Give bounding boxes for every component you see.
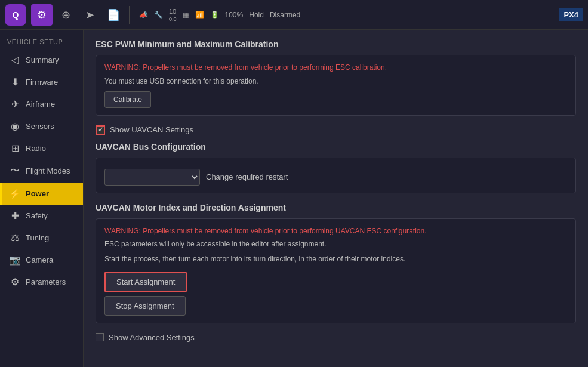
calibrate-button[interactable]: Calibrate — [104, 91, 151, 108]
bus-config-change-label: Change required restart — [206, 172, 288, 181]
counter-badge: 100.0 — [169, 8, 177, 22]
px4-logo: PX4 — [559, 8, 583, 21]
summary-icon: ◁ — [9, 54, 21, 66]
battery-percent: 100% — [225, 11, 244, 19]
advanced-label: Show Advanced Settings — [109, 333, 195, 342]
bus-config-select[interactable]: CAN1 CAN2 — [104, 169, 200, 186]
esc-section-title: ESC PWM Minimum and Maximum Calibration — [96, 39, 576, 49]
sidebar-label-airframe: Airframe — [26, 100, 55, 109]
content-area: ESC PWM Minimum and Maximum Calibration … — [84, 30, 588, 367]
sidebar-label-parameters: Parameters — [26, 277, 66, 286]
sidebar: Vehicle Setup ◁ Summary ⬇ Firmware ✈ Air… — [0, 30, 84, 367]
sidebar-item-flight-modes[interactable]: 〜 Flight Modes — [0, 159, 83, 183]
send-icon[interactable]: ➤ — [79, 4, 100, 26]
motor-assignment-box: WARNING: Propellers must be removed from… — [96, 218, 576, 323]
sidebar-item-power[interactable]: ⚡ Power — [0, 183, 83, 205]
signal1-icon: ▦ — [183, 11, 189, 19]
document-icon[interactable]: 📄 — [103, 4, 124, 26]
advanced-settings-row: Show Advanced Settings — [96, 333, 576, 342]
uavcan-checkbox-row: Show UAVCAN Settings — [96, 125, 576, 135]
radio-icon: ⊞ — [9, 143, 21, 154]
sidebar-item-parameters[interactable]: ⚙ Parameters — [0, 271, 83, 293]
sidebar-label-sensors: Sensors — [26, 122, 54, 131]
esc-info: You must use USB connection for this ope… — [104, 76, 567, 87]
sidebar-label-summary: Summary — [26, 55, 59, 64]
motor-assignment-title: UAVCAN Motor Index and Direction Assignm… — [96, 203, 576, 212]
sidebar-label-flight-modes: Flight Modes — [26, 166, 70, 175]
wrench-icon: 🔧 — [154, 11, 163, 19]
uavcan-checkbox-label: Show UAVCAN Settings — [110, 125, 193, 134]
sidebar-label-power: Power — [26, 189, 49, 198]
sidebar-label-camera: Camera — [26, 255, 53, 264]
motor-info1: ESC parameters will only be accessible i… — [104, 239, 567, 249]
stop-btn-row: Stop Assignment — [104, 292, 567, 316]
firmware-icon: ⬇ — [9, 76, 21, 88]
stop-assignment-button[interactable]: Stop Assignment — [104, 296, 186, 316]
sidebar-item-firmware[interactable]: ⬇ Firmware — [0, 71, 83, 93]
main-layout: Vehicle Setup ◁ Summary ⬇ Firmware ✈ Air… — [0, 30, 588, 367]
esc-section-box: WARNING: Propellers must be removed from… — [96, 55, 576, 116]
tuning-icon: ⚖ — [9, 232, 21, 243]
parameters-icon: ⚙ — [9, 276, 21, 288]
bus-config-box: CAN1 CAN2 Change required restart — [96, 158, 576, 193]
battery-icon: 🔋 — [210, 11, 219, 19]
motor-info2: Start the process, then turn each motor … — [104, 254, 567, 264]
assignment-buttons: Start Assignment — [104, 269, 567, 292]
esc-warning: WARNING: Propellers must be removed from… — [104, 63, 567, 73]
flight-modes-icon: 〜 — [9, 165, 21, 177]
sidebar-item-safety[interactable]: ✚ Safety — [0, 205, 83, 227]
bus-config-row: CAN1 CAN2 Change required restart — [104, 169, 567, 186]
toolbar-right: PX4 — [559, 8, 583, 21]
sidebar-item-tuning[interactable]: ⚖ Tuning — [0, 227, 83, 249]
motor-warning: WARNING: Propellers must be removed from… — [104, 226, 567, 236]
signal2-icon: 📶 — [195, 11, 204, 19]
advanced-checkbox[interactable] — [96, 333, 104, 341]
waypoint-icon[interactable]: ⊕ — [55, 4, 76, 26]
sidebar-item-summary[interactable]: ◁ Summary — [0, 49, 83, 71]
sidebar-title: Vehicle Setup — [0, 35, 83, 49]
sidebar-item-airframe[interactable]: ✈ Airframe — [0, 93, 83, 115]
camera-sidebar-icon: 📷 — [9, 254, 21, 266]
sidebar-item-sensors[interactable]: ◉ Sensors — [0, 115, 83, 137]
status-bar: 📣 🔧 100.0 ▦ 📶 🔋 100% Hold Disarmed — [139, 8, 300, 22]
sidebar-label-firmware: Firmware — [26, 78, 58, 87]
uavcan-checkbox[interactable] — [96, 125, 105, 135]
arm-status: Disarmed — [270, 11, 300, 19]
divider — [129, 6, 130, 24]
sidebar-item-camera[interactable]: 📷 Camera — [0, 249, 83, 271]
toolbar: Q ⚙ ⊕ ➤ 📄 📣 🔧 100.0 ▦ 📶 🔋 100% Hold Disa… — [0, 0, 588, 30]
sidebar-label-tuning: Tuning — [26, 233, 49, 242]
start-assignment-button[interactable]: Start Assignment — [104, 272, 187, 292]
bus-config-title: UAVCAN Bus Configuration — [96, 142, 576, 152]
power-icon: ⚡ — [9, 188, 21, 199]
hold-status: Hold — [249, 11, 264, 19]
sidebar-label-safety: Safety — [26, 211, 48, 220]
megaphone-icon: 📣 — [139, 11, 148, 19]
safety-icon: ✚ — [9, 210, 21, 221]
app-logo[interactable]: Q — [5, 4, 26, 26]
sensors-icon: ◉ — [9, 121, 21, 132]
sidebar-item-radio[interactable]: ⊞ Radio — [0, 137, 83, 159]
gear-icon[interactable]: ⚙ — [31, 4, 53, 26]
airframe-icon: ✈ — [9, 98, 21, 110]
sidebar-label-radio: Radio — [26, 144, 46, 153]
